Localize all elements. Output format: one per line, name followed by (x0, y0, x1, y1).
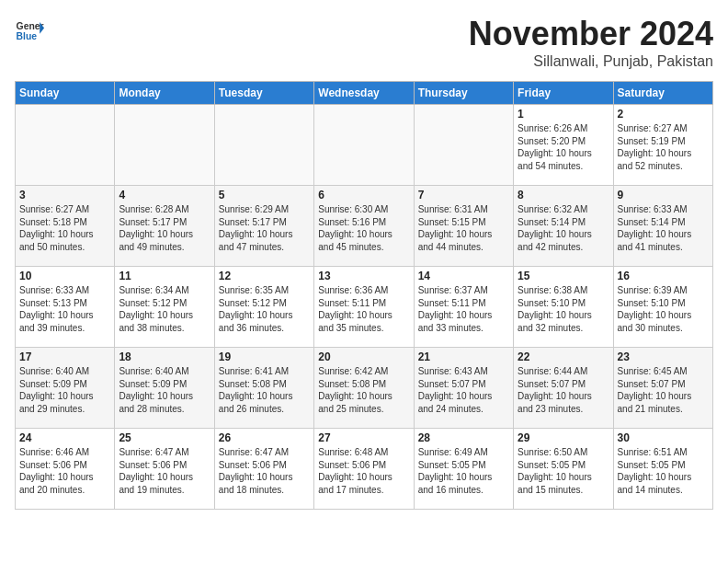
calendar-cell: 24Sunrise: 6:46 AMSunset: 5:06 PMDayligh… (16, 429, 115, 510)
calendar-cell: 26Sunrise: 6:47 AMSunset: 5:06 PMDayligh… (214, 429, 313, 510)
day-info: Sunrise: 6:29 AMSunset: 5:17 PMDaylight:… (219, 203, 310, 253)
day-info: Sunrise: 6:30 AMSunset: 5:16 PMDaylight:… (318, 203, 409, 253)
day-info: Sunrise: 6:36 AMSunset: 5:11 PMDaylight:… (318, 284, 409, 334)
calendar-table: SundayMondayTuesdayWednesdayThursdayFrid… (15, 81, 713, 510)
calendar-cell: 3Sunrise: 6:27 AMSunset: 5:18 PMDaylight… (16, 186, 115, 267)
calendar-cell: 1Sunrise: 6:26 AMSunset: 5:20 PMDaylight… (514, 105, 613, 186)
calendar-cell: 29Sunrise: 6:50 AMSunset: 5:05 PMDayligh… (514, 429, 613, 510)
day-number: 5 (219, 189, 310, 201)
day-info: Sunrise: 6:28 AMSunset: 5:17 PMDaylight:… (119, 203, 210, 253)
day-info: Sunrise: 6:40 AMSunset: 5:09 PMDaylight:… (119, 365, 210, 415)
page-header: General Blue November 2024 Sillanwali, P… (15, 15, 713, 70)
calendar-cell: 21Sunrise: 6:43 AMSunset: 5:07 PMDayligh… (414, 348, 513, 429)
calendar-cell: 19Sunrise: 6:41 AMSunset: 5:08 PMDayligh… (214, 348, 313, 429)
day-number: 21 (418, 350, 509, 363)
day-info: Sunrise: 6:32 AMSunset: 5:14 PMDaylight:… (518, 203, 609, 253)
day-info: Sunrise: 6:40 AMSunset: 5:09 PMDaylight:… (19, 365, 110, 415)
day-info: Sunrise: 6:51 AMSunset: 5:05 PMDaylight:… (618, 446, 709, 496)
calendar-cell: 25Sunrise: 6:47 AMSunset: 5:06 PMDayligh… (115, 429, 214, 510)
calendar-cell: 18Sunrise: 6:40 AMSunset: 5:09 PMDayligh… (115, 348, 214, 429)
logo: General Blue (15, 15, 44, 44)
calendar-cell: 22Sunrise: 6:44 AMSunset: 5:07 PMDayligh… (514, 348, 613, 429)
day-info: Sunrise: 6:31 AMSunset: 5:15 PMDaylight:… (418, 203, 509, 253)
calendar-cell: 12Sunrise: 6:35 AMSunset: 5:12 PMDayligh… (214, 267, 313, 348)
day-info: Sunrise: 6:35 AMSunset: 5:12 PMDaylight:… (219, 284, 310, 334)
title-block: November 2024 Sillanwali, Punjab, Pakist… (469, 15, 713, 70)
day-info: Sunrise: 6:41 AMSunset: 5:08 PMDaylight:… (219, 365, 310, 415)
day-info: Sunrise: 6:42 AMSunset: 5:08 PMDaylight:… (318, 365, 409, 415)
day-info: Sunrise: 6:46 AMSunset: 5:06 PMDaylight:… (19, 446, 110, 496)
calendar-cell: 10Sunrise: 6:33 AMSunset: 5:13 PMDayligh… (16, 267, 115, 348)
calendar-cell (214, 105, 313, 186)
weekday-header-thursday: Thursday (414, 82, 513, 105)
day-number: 3 (19, 189, 110, 201)
day-number: 4 (119, 189, 210, 201)
calendar-cell: 11Sunrise: 6:34 AMSunset: 5:12 PMDayligh… (115, 267, 214, 348)
calendar-cell (314, 105, 414, 186)
day-number: 23 (618, 350, 709, 363)
day-number: 22 (518, 350, 609, 363)
weekday-header-monday: Monday (115, 82, 214, 105)
calendar-cell (16, 105, 115, 186)
day-number: 29 (518, 431, 609, 444)
day-number: 9 (618, 189, 709, 201)
calendar-cell: 7Sunrise: 6:31 AMSunset: 5:15 PMDaylight… (414, 186, 513, 267)
calendar-cell: 4Sunrise: 6:28 AMSunset: 5:17 PMDaylight… (115, 186, 214, 267)
day-number: 30 (618, 431, 709, 444)
day-info: Sunrise: 6:26 AMSunset: 5:20 PMDaylight:… (518, 122, 609, 172)
day-number: 16 (618, 270, 709, 282)
day-info: Sunrise: 6:49 AMSunset: 5:05 PMDaylight:… (418, 446, 509, 496)
calendar-cell: 30Sunrise: 6:51 AMSunset: 5:05 PMDayligh… (613, 429, 712, 510)
day-number: 10 (19, 270, 110, 282)
calendar-cell: 6Sunrise: 6:30 AMSunset: 5:16 PMDaylight… (314, 186, 414, 267)
calendar-cell (414, 105, 513, 186)
day-number: 6 (318, 189, 409, 201)
day-info: Sunrise: 6:39 AMSunset: 5:10 PMDaylight:… (618, 284, 709, 334)
day-info: Sunrise: 6:50 AMSunset: 5:05 PMDaylight:… (518, 446, 609, 496)
calendar-cell: 17Sunrise: 6:40 AMSunset: 5:09 PMDayligh… (16, 348, 115, 429)
day-info: Sunrise: 6:45 AMSunset: 5:07 PMDaylight:… (618, 365, 709, 415)
day-info: Sunrise: 6:47 AMSunset: 5:06 PMDaylight:… (119, 446, 210, 496)
day-number: 13 (318, 270, 409, 282)
day-number: 7 (418, 189, 509, 201)
weekday-header-tuesday: Tuesday (214, 82, 313, 105)
day-info: Sunrise: 6:27 AMSunset: 5:19 PMDaylight:… (618, 122, 709, 172)
day-info: Sunrise: 6:48 AMSunset: 5:06 PMDaylight:… (318, 446, 409, 496)
day-info: Sunrise: 6:37 AMSunset: 5:11 PMDaylight:… (418, 284, 509, 334)
calendar-cell: 13Sunrise: 6:36 AMSunset: 5:11 PMDayligh… (314, 267, 414, 348)
day-number: 8 (518, 189, 609, 201)
day-number: 2 (618, 108, 709, 121)
calendar-cell: 16Sunrise: 6:39 AMSunset: 5:10 PMDayligh… (613, 267, 712, 348)
day-number: 1 (518, 108, 609, 121)
calendar-cell: 20Sunrise: 6:42 AMSunset: 5:08 PMDayligh… (314, 348, 414, 429)
day-info: Sunrise: 6:33 AMSunset: 5:13 PMDaylight:… (19, 284, 110, 334)
calendar-cell: 5Sunrise: 6:29 AMSunset: 5:17 PMDaylight… (214, 186, 313, 267)
day-number: 24 (19, 431, 110, 444)
day-number: 25 (119, 431, 210, 444)
day-number: 15 (518, 270, 609, 282)
day-info: Sunrise: 6:34 AMSunset: 5:12 PMDaylight:… (119, 284, 210, 334)
day-number: 19 (219, 350, 310, 363)
day-number: 14 (418, 270, 509, 282)
calendar-cell: 2Sunrise: 6:27 AMSunset: 5:19 PMDaylight… (613, 105, 712, 186)
calendar-cell: 9Sunrise: 6:33 AMSunset: 5:14 PMDaylight… (613, 186, 712, 267)
weekday-header-sunday: Sunday (16, 82, 115, 105)
calendar-cell: 27Sunrise: 6:48 AMSunset: 5:06 PMDayligh… (314, 429, 414, 510)
day-info: Sunrise: 6:27 AMSunset: 5:18 PMDaylight:… (19, 203, 110, 253)
location: Sillanwali, Punjab, Pakistan (469, 53, 713, 70)
day-number: 27 (318, 431, 409, 444)
weekday-header-saturday: Saturday (613, 82, 712, 105)
day-number: 28 (418, 431, 509, 444)
day-number: 12 (219, 270, 310, 282)
weekday-header-friday: Friday (514, 82, 613, 105)
day-number: 11 (119, 270, 210, 282)
day-info: Sunrise: 6:33 AMSunset: 5:14 PMDaylight:… (618, 203, 709, 253)
calendar-cell: 28Sunrise: 6:49 AMSunset: 5:05 PMDayligh… (414, 429, 513, 510)
calendar-cell: 15Sunrise: 6:38 AMSunset: 5:10 PMDayligh… (514, 267, 613, 348)
calendar-cell: 8Sunrise: 6:32 AMSunset: 5:14 PMDaylight… (514, 186, 613, 267)
calendar-cell: 23Sunrise: 6:45 AMSunset: 5:07 PMDayligh… (613, 348, 712, 429)
calendar-cell (115, 105, 214, 186)
day-info: Sunrise: 6:47 AMSunset: 5:06 PMDaylight:… (219, 446, 310, 496)
day-number: 20 (318, 350, 409, 363)
calendar-cell: 14Sunrise: 6:37 AMSunset: 5:11 PMDayligh… (414, 267, 513, 348)
